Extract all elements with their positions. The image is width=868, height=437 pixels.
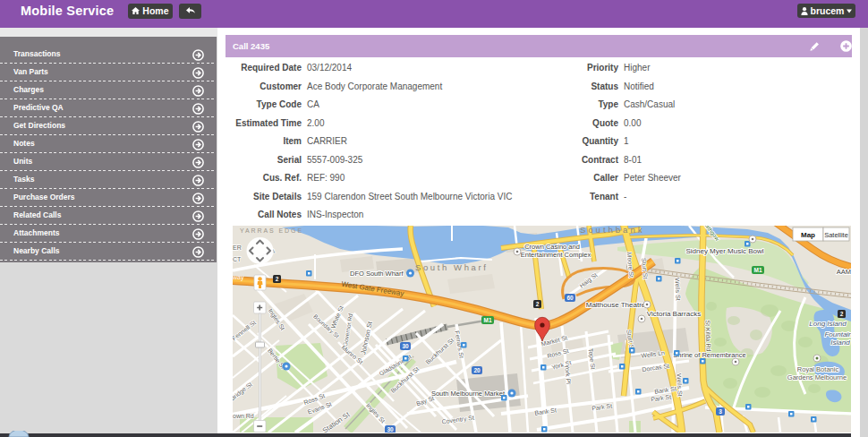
svg-text:Map: Map <box>801 231 815 239</box>
svg-text:South Melbourne Market: South Melbourne Market <box>431 390 506 398</box>
svg-text:CT: CT <box>233 256 242 262</box>
svg-text:Wells St: Wells St <box>674 278 681 301</box>
svg-text:own Rd: own Rd <box>233 413 254 419</box>
svg-text:Long Island: Long Island <box>809 320 847 328</box>
svg-text:Entertainment Complex: Entertainment Complex <box>521 251 591 259</box>
svg-text:Crown Casino and: Crown Casino and <box>524 243 580 251</box>
svg-text:M1: M1 <box>483 317 491 323</box>
svg-text:30: 30 <box>387 426 394 433</box>
svg-text:Satellite: Satellite <box>824 231 848 239</box>
svg-text:Sidney Myer Music Bowl: Sidney Myer Music Bowl <box>685 247 763 255</box>
svg-text:Royal Botanic: Royal Botanic <box>797 365 839 373</box>
svg-text:3: 3 <box>719 408 722 415</box>
svg-text:Southbank: Southbank <box>580 226 644 235</box>
svg-text:2: 2 <box>536 301 540 307</box>
svg-text:way: way <box>233 274 244 281</box>
svg-text:30: 30 <box>402 343 409 349</box>
svg-text:2: 2 <box>840 311 844 317</box>
svg-text:DFO South Wharf: DFO South Wharf <box>350 270 404 278</box>
svg-text:AAM: AAM <box>837 268 851 276</box>
svg-text:Gardens Melbourne: Gardens Melbourne <box>787 373 847 381</box>
svg-text:M1: M1 <box>753 267 762 273</box>
svg-text:60: 60 <box>566 295 574 301</box>
svg-text:2: 2 <box>276 276 279 282</box>
svg-text:Fountain: Fountain <box>824 330 851 338</box>
svg-text:YARRAS EDGE: YARRAS EDGE <box>240 227 303 234</box>
svg-text:Island: Island <box>830 338 850 347</box>
svg-text:20: 20 <box>473 367 481 373</box>
svg-text:St Kilda Rd: St Kilda Rd <box>704 320 711 351</box>
svg-text:ER: ER <box>233 244 242 251</box>
svg-text:South Wharf: South Wharf <box>415 262 488 272</box>
svg-text:Wells St: Wells St <box>676 373 683 397</box>
svg-text:Malthouse Theatre: Malthouse Theatre <box>586 301 646 309</box>
svg-text:Victoria Barracks: Victoria Barracks <box>647 310 701 318</box>
